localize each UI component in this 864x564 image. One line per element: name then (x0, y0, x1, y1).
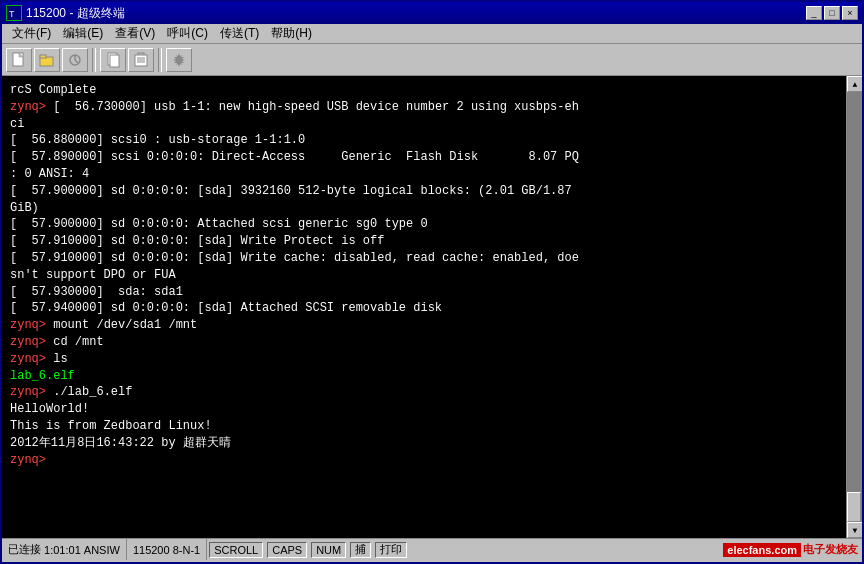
scrollbar[interactable]: ▲ ▼ (846, 76, 862, 538)
scroll-indicator: SCROLL (209, 542, 263, 558)
terminal-line: 2012年11月8日16:43:22 by 超群天晴 (10, 435, 838, 452)
terminal-line: zynq> [ 56.730000] usb 1-1: new high-spe… (10, 99, 838, 116)
toolbar-separator-2 (158, 48, 162, 72)
svg-rect-5 (40, 55, 46, 58)
copy-button[interactable] (100, 48, 126, 72)
scroll-up-button[interactable]: ▲ (847, 76, 862, 92)
terminal-line: [ 56.880000] scsi0 : usb-storage 1-1:1.0 (10, 132, 838, 149)
menu-help[interactable]: 帮助(H) (265, 23, 318, 44)
window-frame: T 115200 - 超级终端 _ □ × 文件(F) 编辑(E) 查看(V) … (0, 0, 864, 564)
terminal-line: [ 57.930000] sda: sda1 (10, 284, 838, 301)
minimize-button[interactable]: _ (806, 6, 822, 20)
terminal-line: [ 57.910000] sd 0:0:0:0: [sda] Write cac… (10, 250, 838, 267)
terminal-line: zynq> mount /dev/sda1 /mnt (10, 317, 838, 334)
terminal-line: [ 57.910000] sd 0:0:0:0: [sda] Write Pro… (10, 233, 838, 250)
scroll-track[interactable] (847, 92, 862, 522)
properties-button[interactable] (62, 48, 88, 72)
maximize-button[interactable]: □ (824, 6, 840, 20)
terminal-line: zynq> cd /mnt (10, 334, 838, 351)
app-icon: T (6, 5, 22, 21)
paste-button[interactable] (128, 48, 154, 72)
branding: elecfans.com 电子发烧友 (723, 542, 862, 557)
new-button[interactable] (6, 48, 32, 72)
num-indicator: NUM (311, 542, 346, 558)
terminal-line: ci (10, 116, 838, 133)
terminal-line: lab_6.elf (10, 368, 838, 385)
menu-edit[interactable]: 编辑(E) (57, 23, 109, 44)
terminal-line: This is from Zedboard Linux! (10, 418, 838, 435)
toolbar (2, 44, 862, 76)
terminal-line: zynq> (10, 452, 838, 469)
menu-view[interactable]: 查看(V) (109, 23, 161, 44)
window-title: 115200 - 超级终端 (26, 5, 125, 22)
terminal-area[interactable]: rcS Completezynq> [ 56.730000] usb 1-1: … (2, 76, 862, 538)
menu-file[interactable]: 文件(F) (6, 23, 57, 44)
elecfans-logo: elecfans.com (723, 543, 801, 557)
capture-indicator: 捕 (350, 542, 371, 558)
settings-button[interactable] (166, 48, 192, 72)
scroll-thumb[interactable] (847, 492, 861, 522)
svg-text:T: T (9, 9, 15, 19)
terminal-line: sn't support DPO or FUA (10, 267, 838, 284)
terminal-line: rcS Complete (10, 82, 838, 99)
terminal-output[interactable]: rcS Completezynq> [ 56.730000] usb 1-1: … (2, 76, 846, 538)
terminal-line: zynq> ls (10, 351, 838, 368)
elecfans-tagline: 电子发烧友 (803, 542, 858, 557)
menu-transfer[interactable]: 传送(T) (214, 23, 265, 44)
terminal-line: zynq> ./lab_6.elf (10, 384, 838, 401)
terminal-line: [ 57.890000] scsi 0:0:0:0: Direct-Access… (10, 149, 838, 166)
connection-status: 已连接 1:01:01 ANSIW (2, 539, 127, 560)
open-button[interactable] (34, 48, 60, 72)
terminal-line: : 0 ANSI: 4 (10, 166, 838, 183)
caps-indicator: CAPS (267, 542, 307, 558)
terminal-line: [ 57.900000] sd 0:0:0:0: Attached scsi g… (10, 216, 838, 233)
close-button[interactable]: × (842, 6, 858, 20)
menu-bar: 文件(F) 编辑(E) 查看(V) 呼叫(C) 传送(T) 帮助(H) (2, 24, 862, 44)
toolbar-separator-1 (92, 48, 96, 72)
terminal-line: GiB) (10, 200, 838, 217)
svg-line-8 (75, 60, 78, 63)
status-bar: 已连接 1:01:01 ANSIW 115200 8-N-1 SCROLL CA… (2, 538, 862, 560)
terminal-line: HelloWorld! (10, 401, 838, 418)
svg-rect-10 (110, 55, 119, 67)
scroll-down-button[interactable]: ▼ (847, 522, 862, 538)
terminal-line: [ 57.940000] sd 0:0:0:0: [sda] Attached … (10, 300, 838, 317)
title-bar: T 115200 - 超级终端 _ □ × (2, 2, 862, 24)
svg-rect-2 (13, 53, 23, 66)
menu-call[interactable]: 呼叫(C) (161, 23, 214, 44)
baud-status: 115200 8-N-1 (127, 539, 207, 560)
window-controls: _ □ × (806, 6, 858, 20)
print-indicator: 打印 (375, 542, 407, 558)
terminal-line: [ 57.900000] sd 0:0:0:0: [sda] 3932160 5… (10, 183, 838, 200)
